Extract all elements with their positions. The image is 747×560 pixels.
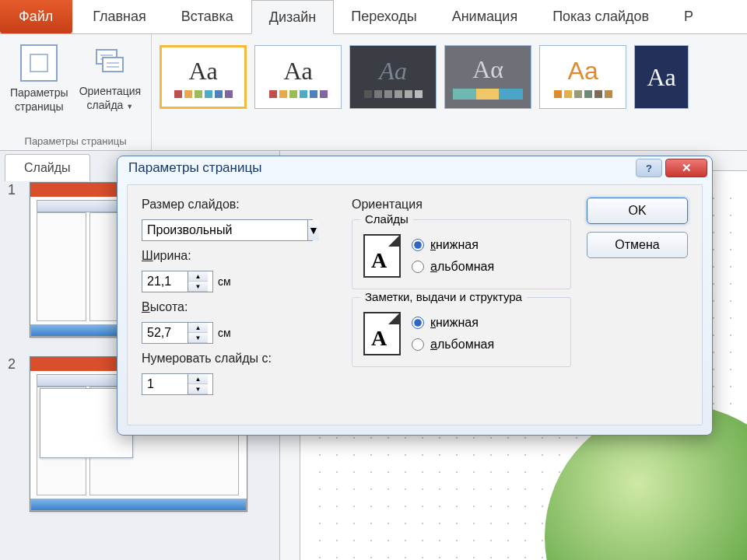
height-input[interactable] <box>142 323 188 343</box>
orientation-notes-legend: Заметки, выдачи и структура <box>360 290 527 303</box>
spin-down-icon[interactable]: ▼ <box>188 384 208 394</box>
orientation-icon <box>94 44 125 82</box>
width-label: Ширина: <box>142 249 336 263</box>
page-setup-button[interactable]: Параметры страницы <box>8 40 71 134</box>
cancel-button[interactable]: Отмена <box>587 232 688 258</box>
slide-number: 1 <box>8 182 22 338</box>
slide-orientation-label: Ориентация слайда ▼ <box>79 85 141 112</box>
theme-option-6[interactable]: Aa <box>634 45 689 109</box>
slides-landscape-radio[interactable]: альбомная <box>412 260 494 274</box>
ribbon-group-label: Параметры страницы <box>8 134 143 147</box>
width-unit: см <box>218 275 231 288</box>
theme-option-1[interactable]: Aa <box>160 45 247 109</box>
slide-orientation-button[interactable]: Ориентация слайда ▼ <box>77 40 143 134</box>
number-from-label: Нумеровать слайды с: <box>142 352 336 366</box>
tab-file[interactable]: Файл <box>0 0 72 33</box>
tab-design[interactable]: Дизайн <box>251 0 335 34</box>
theme-option-4[interactable]: Aα <box>444 45 531 109</box>
dialog-close-button[interactable]: ✕ <box>665 159 707 177</box>
slides-portrait-radio[interactable]: книжная <box>412 238 494 252</box>
page-setup-label: Параметры страницы <box>10 86 68 114</box>
height-unit: см <box>218 327 231 339</box>
width-spinner[interactable]: ▲▼ <box>142 271 213 292</box>
slide-size-label: Размер слайдов: <box>142 198 336 212</box>
orientation-slides-group: Слайды A книжная альбомная <box>352 219 571 289</box>
page-portrait-icon: A <box>363 312 401 355</box>
tab-animations[interactable]: Анимация <box>435 0 536 33</box>
dialog-title: Параметры страницы <box>128 160 261 176</box>
number-from-input[interactable] <box>142 374 188 394</box>
slides-panel-tab[interactable]: Слайды <box>5 154 90 181</box>
height-spinner[interactable]: ▲▼ <box>142 322 213 344</box>
spin-up-icon[interactable]: ▲ <box>188 374 208 384</box>
page-setup-icon <box>20 44 58 82</box>
tab-transitions[interactable]: Переходы <box>334 0 434 33</box>
tab-slideshow[interactable]: Показ слайдов <box>535 0 667 33</box>
page-portrait-icon: A <box>363 234 401 278</box>
theme-option-2[interactable]: Aa <box>254 45 342 109</box>
orientation-slides-legend: Слайды <box>360 212 413 226</box>
page-setup-dialog: Параметры страницы ? ✕ Размер слайдов: ▼… <box>117 156 713 436</box>
tab-edge-cut[interactable]: Р <box>667 0 711 33</box>
number-from-spinner[interactable]: ▲▼ <box>142 373 213 395</box>
slide-number: 2 <box>8 356 22 512</box>
theme-option-3[interactable]: Aa <box>349 45 437 109</box>
tab-home[interactable]: Главная <box>75 0 164 33</box>
spin-down-icon[interactable]: ▼ <box>188 282 208 292</box>
tab-insert[interactable]: Вставка <box>164 0 251 33</box>
spin-up-icon[interactable]: ▲ <box>188 323 208 333</box>
spin-up-icon[interactable]: ▲ <box>188 271 208 282</box>
chevron-down-icon: ▼ <box>126 103 133 110</box>
notes-landscape-radio[interactable]: альбомная <box>412 338 494 352</box>
ribbon-group-page-setup: Параметры страницы Ориентация слайда ▼ П… <box>0 34 152 150</box>
theme-gallery: Aa Aa Aa Aα Aa Aa <box>152 34 696 150</box>
orientation-notes-group: Заметки, выдачи и структура A книжная ал… <box>352 297 571 367</box>
orientation-header: Ориентация <box>352 198 571 212</box>
height-label: Высота: <box>142 300 336 314</box>
ribbon: Параметры страницы Ориентация слайда ▼ П… <box>0 34 747 151</box>
dialog-titlebar[interactable]: Параметры страницы ? ✕ <box>117 156 712 180</box>
theme-option-5[interactable]: Aa <box>539 45 626 109</box>
slide-size-value[interactable] <box>142 220 307 240</box>
width-input[interactable] <box>142 271 188 292</box>
slides-panel-tabs: Слайды <box>5 154 90 181</box>
chevron-down-icon[interactable]: ▼ <box>307 220 319 240</box>
spin-down-icon[interactable]: ▼ <box>188 333 208 343</box>
dialog-help-button[interactable]: ? <box>636 159 662 177</box>
color-swatch <box>174 90 233 98</box>
notes-portrait-radio[interactable]: книжная <box>412 316 494 330</box>
slide-size-combo[interactable]: ▼ <box>142 219 313 241</box>
ribbon-tab-bar: Файл Главная Вставка Дизайн Переходы Ани… <box>0 0 747 34</box>
ok-button[interactable]: OK <box>587 198 688 224</box>
